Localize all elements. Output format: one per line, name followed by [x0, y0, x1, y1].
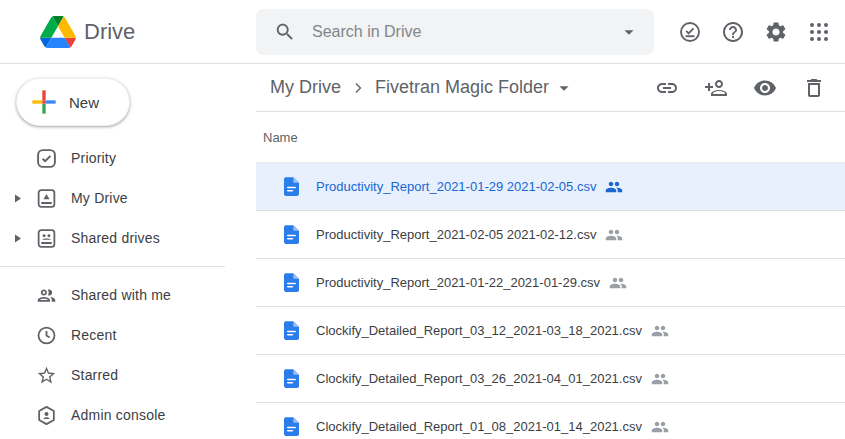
my-drive-icon — [36, 188, 57, 209]
file-row[interactable]: Productivity_Report_2021-01-22_2021-01-2… — [256, 259, 845, 307]
top-bar: Drive Search in Drive — [0, 0, 845, 64]
search-input[interactable]: Search in Drive — [256, 9, 654, 55]
google-apps-button[interactable] — [806, 19, 831, 44]
apps-grid-icon — [807, 20, 831, 44]
drive-logo[interactable]: Drive — [0, 16, 256, 48]
sidebar-item-label: My Drive — [71, 190, 128, 206]
sidebar-item-recent[interactable]: Recent — [0, 315, 256, 355]
file-row[interactable]: Clockify_Detailed_Report_03_12_2021-03_1… — [256, 307, 845, 355]
admin-console-icon — [36, 405, 57, 426]
help-button[interactable] — [720, 19, 745, 44]
settings-gear-icon — [764, 20, 788, 44]
topbar-icon-group — [677, 19, 845, 44]
recent-icon — [36, 325, 57, 346]
main-content: My Drive Fivetran Magic Folder — [256, 64, 845, 439]
sidebar-item-shared-with-me[interactable]: Shared with me — [0, 275, 256, 315]
file-row[interactable]: Productivity_Report_2021-02-05 2021-02-1… — [256, 211, 845, 259]
csv-file-icon — [284, 225, 299, 244]
offline-status-button[interactable] — [677, 19, 702, 44]
file-name: Clockify_Detailed_Report_03_12_2021-03_1… — [316, 323, 642, 338]
app-title: Drive — [84, 19, 135, 45]
sidebar-item-admin-console[interactable]: Admin console — [0, 395, 256, 435]
chevron-right-icon — [348, 78, 368, 98]
csv-file-icon — [284, 321, 299, 340]
shared-people-icon — [651, 370, 669, 388]
sidebar: New Priority My Drive Sha — [0, 64, 256, 439]
sidebar-item-label: Starred — [71, 367, 118, 383]
priority-icon — [36, 148, 57, 169]
offline-status-icon — [678, 20, 702, 44]
get-link-button[interactable] — [655, 76, 679, 100]
shared-people-icon — [651, 322, 669, 340]
new-button[interactable]: New — [16, 78, 130, 126]
sidebar-item-label: Priority — [71, 150, 116, 166]
starred-icon — [36, 365, 57, 386]
shared-people-icon — [609, 274, 627, 292]
new-plus-icon — [29, 87, 59, 117]
add-people-icon — [704, 76, 728, 100]
name-column-header[interactable]: Name — [263, 130, 298, 145]
preview-eye-icon — [753, 76, 777, 100]
folder-menu-caret-icon[interactable] — [553, 77, 575, 99]
sidebar-item-priority[interactable]: Priority — [0, 138, 256, 178]
file-name: Productivity_Report_2021-01-22_2021-01-2… — [316, 275, 600, 290]
sidebar-item-label: Shared drives — [71, 230, 160, 246]
get-link-icon — [655, 76, 679, 100]
expand-arrow-icon[interactable] — [0, 194, 36, 203]
new-button-label: New — [69, 94, 99, 111]
sidebar-item-label: Admin console — [71, 407, 165, 423]
delete-button[interactable] — [802, 76, 826, 100]
delete-trash-icon — [802, 76, 826, 100]
drive-logo-icon — [40, 16, 76, 48]
sidebar-item-label: Shared with me — [71, 287, 171, 303]
shared-people-icon — [651, 418, 669, 436]
search-options-dropdown-icon[interactable] — [618, 21, 640, 43]
sidebar-item-label: Recent — [71, 327, 117, 343]
search-icon — [274, 21, 296, 43]
file-name: Productivity_Report_2021-02-05 2021-02-1… — [316, 227, 596, 242]
add-people-button[interactable] — [704, 76, 728, 100]
file-list: Productivity_Report_2021-01-29 2021-02-0… — [256, 163, 845, 439]
sidebar-item-starred[interactable]: Starred — [0, 355, 256, 395]
breadcrumb-my-drive[interactable]: My Drive — [270, 77, 341, 98]
csv-file-icon — [284, 273, 299, 292]
sidebar-divider — [0, 266, 225, 267]
sidebar-item-shared-drives[interactable]: Shared drives — [0, 218, 256, 258]
help-icon — [721, 20, 745, 44]
file-name: Productivity_Report_2021-01-29 2021-02-0… — [316, 179, 596, 194]
breadcrumb-bar: My Drive Fivetran Magic Folder — [256, 64, 845, 112]
shared-drives-icon — [36, 228, 57, 249]
file-name: Clockify_Detailed_Report_03_26_2021-04_0… — [316, 371, 642, 386]
expand-arrow-icon[interactable] — [0, 234, 36, 243]
sidebar-nav: Priority My Drive Shared drives — [0, 138, 256, 435]
csv-file-icon — [284, 417, 299, 436]
sidebar-item-my-drive[interactable]: My Drive — [0, 178, 256, 218]
file-name: Clockify_Detailed_Report_01_08_2021-01_1… — [316, 419, 642, 434]
breadcrumb-current-folder[interactable]: Fivetran Magic Folder — [375, 77, 549, 98]
shared-with-me-icon — [36, 285, 57, 306]
preview-button[interactable] — [753, 76, 777, 100]
file-row[interactable]: Clockify_Detailed_Report_01_08_2021-01_1… — [256, 403, 845, 439]
settings-button[interactable] — [763, 19, 788, 44]
shared-people-icon — [605, 178, 623, 196]
file-row[interactable]: Productivity_Report_2021-01-29 2021-02-0… — [256, 163, 845, 211]
search-placeholder: Search in Drive — [312, 23, 618, 41]
file-list-header: Name — [256, 112, 845, 163]
shared-people-icon — [605, 226, 623, 244]
csv-file-icon — [284, 369, 299, 388]
csv-file-icon — [284, 177, 299, 196]
file-row[interactable]: Clockify_Detailed_Report_03_26_2021-04_0… — [256, 355, 845, 403]
folder-actions — [655, 76, 826, 100]
